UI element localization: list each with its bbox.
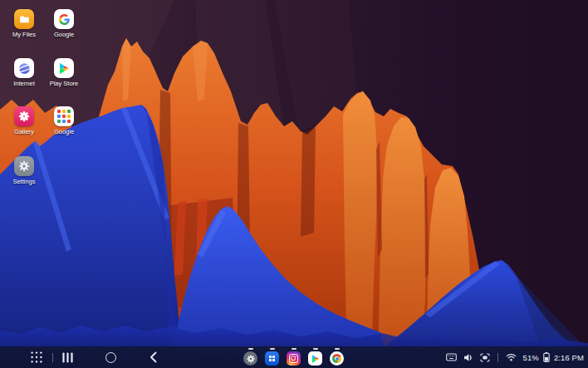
status-divider: [497, 353, 498, 362]
app-label: Google: [54, 32, 74, 38]
nav-buttons: [30, 346, 157, 368]
clock: 2:16 PM: [554, 353, 584, 362]
my-files-icon: [14, 9, 34, 29]
app-shortcut-play-store[interactable]: Play Store: [44, 58, 84, 87]
home-button[interactable]: [105, 352, 116, 363]
running-indicator: [248, 348, 253, 350]
app-folder-google[interactable]: Google: [44, 106, 84, 135]
google-folder-icon: [54, 106, 74, 126]
taskbar: 51% 2:16 PM: [0, 346, 588, 368]
app-shortcut-gallery[interactable]: Gallery: [4, 106, 44, 135]
home-circle-icon: [105, 352, 116, 363]
nav-divider: [52, 353, 53, 362]
app-shortcut-google[interactable]: Google: [44, 9, 84, 38]
google-app-icon: [54, 9, 74, 29]
wifi-icon[interactable]: [506, 353, 517, 361]
samsung-internet-icon: [14, 58, 34, 78]
battery-percent: 51%: [523, 353, 539, 362]
gear-icon: [246, 354, 256, 364]
battery-icon: [543, 352, 550, 362]
app-shortcut-internet[interactable]: Internet: [4, 58, 44, 87]
app-shortcut-settings[interactable]: Settings: [4, 156, 44, 185]
taskbar-chrome-button[interactable]: [330, 351, 344, 366]
folder-mini-icons: [57, 110, 71, 124]
running-indicator: [292, 348, 296, 350]
running-indicator: [313, 348, 318, 350]
app-label: Gallery: [14, 129, 34, 135]
tablet-home-screen: My Files Google Internet: [0, 0, 588, 368]
app-label: Google: [54, 129, 74, 135]
chrome-icon: [332, 354, 341, 363]
taskbar-instagram-button[interactable]: [287, 351, 301, 366]
app-grid-button[interactable]: [30, 351, 43, 364]
taskbar-play-store-button[interactable]: [308, 351, 322, 366]
status-area[interactable]: 51% 2:16 PM: [446, 346, 584, 368]
gallery-icon: [14, 106, 34, 126]
app-shortcut-my-files[interactable]: My Files: [4, 9, 44, 38]
wallpaper: [0, 0, 588, 368]
back-button[interactable]: [149, 351, 157, 363]
recents-button[interactable]: [62, 352, 73, 363]
taskbar-link-to-windows-button[interactable]: [265, 351, 279, 366]
play-store-icon: [312, 355, 319, 363]
settings-icon: [14, 156, 34, 176]
app-label: Play Store: [50, 81, 79, 87]
play-store-icon: [54, 58, 74, 78]
windows-icon: [269, 356, 276, 362]
running-indicator: [270, 348, 275, 350]
volume-icon[interactable]: [463, 353, 473, 362]
instagram-camera-icon: [289, 354, 298, 363]
app-label: Settings: [12, 179, 35, 185]
app-label: My Files: [12, 32, 36, 38]
app-label: Internet: [13, 81, 34, 87]
running-indicator: [335, 348, 340, 350]
screen-capture-icon[interactable]: [480, 353, 490, 362]
keyboard-icon[interactable]: [446, 353, 457, 361]
taskbar-settings-button[interactable]: [243, 351, 257, 366]
